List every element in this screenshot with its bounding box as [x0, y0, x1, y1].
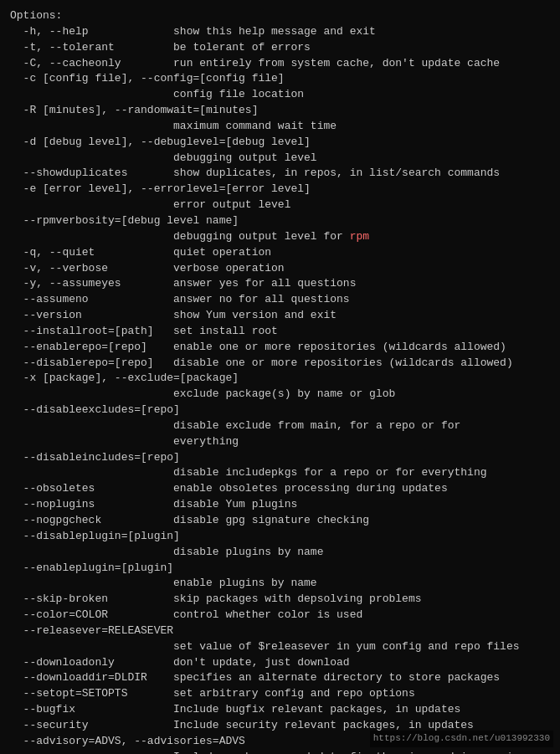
terminal-line: --disableplugin=[plugin]: [10, 529, 550, 545]
terminal-line: everything: [10, 434, 550, 450]
terminal-line: --disablerepo=[repo] disable one or more…: [10, 356, 550, 372]
terminal-line: --skip-broken skip packages with depsolv…: [10, 592, 550, 608]
terminal-line: --setopt=SETOPTS set arbitrary config an…: [10, 686, 550, 702]
terminal-line: enable plugins by name: [10, 576, 550, 592]
watermark: https://blog.csdn.net/u013992330: [370, 731, 553, 747]
terminal-line: --disableincludes=[repo]: [10, 450, 550, 466]
terminal-line: --installroot=[path] set install root: [10, 324, 550, 340]
terminal-line: debugging output level: [10, 151, 550, 167]
terminal-line: -v, --verbose verbose operation: [10, 261, 550, 277]
terminal-line: --noplugins disable Yum plugins: [10, 497, 550, 513]
terminal-line: --enableplugin=[plugin]: [10, 561, 550, 577]
line-text: debugging output level for: [10, 230, 350, 243]
terminal-line: -R [minutes], --randomwait=[minutes]: [10, 103, 550, 119]
terminal-line: Options:: [10, 8, 550, 24]
terminal-output: Options: -h, --help show this help messa…: [10, 8, 550, 754]
terminal-line: -h, --help show this help message and ex…: [10, 24, 550, 40]
terminal-line: --rpmverbosity=[debug level name]: [10, 213, 550, 229]
terminal-line: -d [debug level], --debuglevel=[debug le…: [10, 135, 550, 151]
terminal-line: -x [package], --exclude=[package]: [10, 371, 550, 387]
terminal-line: error output level: [10, 197, 550, 213]
terminal-line: config file location: [10, 87, 550, 103]
terminal-line: --releasever=RELEASEVER: [10, 623, 550, 639]
terminal-line: exclude package(s) by name or glob: [10, 387, 550, 403]
terminal-line: Include packages needed to fix the given…: [10, 750, 550, 754]
terminal-line: disable includepkgs for a repo or for ev…: [10, 465, 550, 481]
terminal-line: --bugfix Include bugfix relevant package…: [10, 702, 550, 718]
terminal-line: -c [config file], --config=[config file]: [10, 71, 550, 87]
terminal-line: --color=COLOR control whether color is u…: [10, 608, 550, 623]
terminal-line: --enablerepo=[repo] enable one or more r…: [10, 340, 550, 356]
terminal-line: -e [error level], --errorlevel=[error le…: [10, 182, 550, 197]
terminal-line: maximum command wait time: [10, 119, 550, 135]
terminal-line: --downloadonly don't update, just downlo…: [10, 655, 550, 671]
terminal-line: -C, --cacheonly run entirely from system…: [10, 56, 550, 72]
terminal-line: set value of $releasever in yum config a…: [10, 639, 550, 655]
terminal-line: --nogpgcheck disable gpg signature check…: [10, 513, 550, 529]
terminal-line: -y, --assumeyes answer yes for all quest…: [10, 276, 550, 292]
terminal-line: --showduplicates show duplicates, in rep…: [10, 166, 550, 182]
terminal-line: --obsoletes enable obsoletes processing …: [10, 481, 550, 497]
terminal-line: --disableexcludes=[repo]: [10, 403, 550, 418]
terminal-line: --assumeno answer no for all questions: [10, 292, 550, 308]
terminal-line: debugging output level for rpm: [10, 229, 550, 245]
terminal-line: -q, --quiet quiet operation: [10, 245, 550, 261]
terminal-line: disable plugins by name: [10, 545, 550, 561]
terminal-line: --downloaddir=DLDIR specifies an alterna…: [10, 670, 550, 686]
terminal-line: --version show Yum version and exit: [10, 308, 550, 324]
terminal-line: disable exclude from main, for a repo or…: [10, 418, 550, 434]
terminal-line: -t, --tolerant be tolerant of errors: [10, 40, 550, 56]
rpm-highlight: rpm: [350, 230, 369, 243]
